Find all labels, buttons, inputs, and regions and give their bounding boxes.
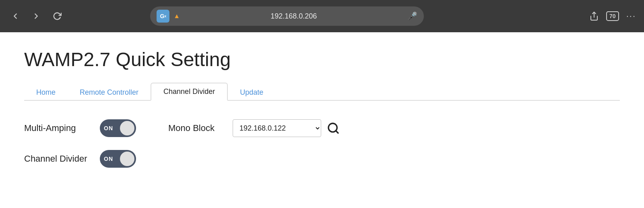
forward-button[interactable]	[29, 9, 43, 23]
settings-area: Multi-Amping ON Channel Divider ON Mono …	[24, 115, 620, 168]
multi-amping-toggle-text: ON	[104, 125, 113, 131]
tab-channel-divider[interactable]: Channel Divider	[151, 83, 228, 101]
mic-icon[interactable]: 🎤	[407, 11, 417, 21]
mono-block-select-wrapper: 192.168.0.122 192.168.0.123 192.168.0.12…	[233, 119, 342, 137]
svg-line-2	[336, 131, 338, 133]
reload-button[interactable]	[50, 9, 64, 23]
share-button[interactable]	[589, 11, 599, 21]
tab-counter[interactable]: 70	[606, 11, 619, 21]
tabs-bar: Home Remote Controller Channel Divider U…	[24, 82, 620, 101]
address-warning-icon: ▲	[173, 12, 180, 20]
tab-update[interactable]: Update	[228, 84, 275, 101]
settings-left: Multi-Amping ON Channel Divider ON	[24, 119, 136, 168]
page-content: WAMP2.7 Quick Setting Home Remote Contro…	[0, 32, 644, 184]
browser-toolbar-right: 70 ···	[589, 11, 636, 21]
channel-divider-toggle-knob	[120, 152, 134, 166]
channel-divider-toggle[interactable]: ON	[100, 150, 136, 168]
mono-block-search-button[interactable]	[324, 119, 342, 137]
address-text: 192.168.0.206	[184, 12, 403, 21]
mono-block-row: Mono Block 192.168.0.122 192.168.0.123 1…	[168, 119, 342, 137]
settings-right: Mono Block 192.168.0.122 192.168.0.123 1…	[168, 119, 342, 137]
mono-block-select[interactable]: 192.168.0.122 192.168.0.123 192.168.0.12…	[233, 119, 321, 137]
multi-amping-row: Multi-Amping ON	[24, 119, 136, 137]
tab-remote-controller[interactable]: Remote Controller	[68, 84, 151, 101]
more-menu-button[interactable]: ···	[626, 11, 636, 21]
address-bar[interactable]: G x ▲ 192.168.0.206 🎤	[150, 6, 424, 26]
tab-home[interactable]: Home	[24, 84, 68, 101]
multi-amping-toggle[interactable]: ON	[100, 119, 136, 137]
multi-amping-toggle-knob	[120, 121, 134, 135]
channel-divider-label: Channel Divider	[24, 154, 89, 164]
translate-icon: G x	[157, 10, 169, 23]
channel-divider-toggle-text: ON	[104, 156, 113, 162]
multi-amping-label: Multi-Amping	[24, 123, 89, 133]
channel-divider-row: Channel Divider ON	[24, 150, 136, 168]
browser-chrome: G x ▲ 192.168.0.206 🎤 70 ···	[0, 0, 644, 32]
back-button[interactable]	[8, 9, 23, 23]
mono-block-label: Mono Block	[168, 123, 225, 133]
page-title: WAMP2.7 Quick Setting	[24, 48, 620, 71]
